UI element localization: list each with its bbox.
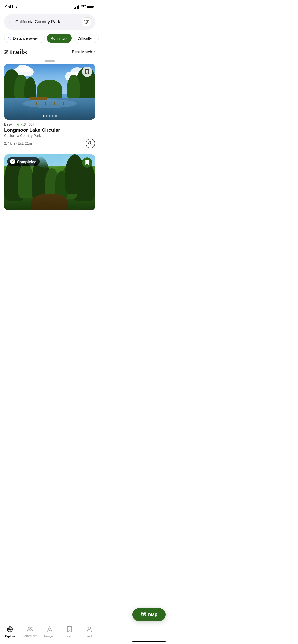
completed-label: Completed — [17, 159, 37, 164]
trail-meta-1: Easy · ★ 4.3 (65) — [4, 122, 95, 127]
battery-icon — [87, 5, 94, 9]
trail-stats-1: 2.7 km · Est. 21m — [4, 139, 95, 148]
chevron-down-icon: ▾ — [93, 37, 95, 40]
location-arrow-icon: ▲ — [15, 5, 18, 9]
trail-card-1: Easy · ★ 4.3 (65) Longmoor Lake Circular… — [4, 64, 95, 149]
svg-rect-1 — [93, 6, 94, 7]
trail-location-1: California Country Park — [4, 134, 95, 138]
trail-name-1: Longmoor Lake Circular — [4, 127, 95, 133]
search-text: California Country Park — [15, 19, 79, 24]
star-icon: ★ — [16, 122, 19, 127]
bookmark-button-1[interactable] — [82, 67, 92, 77]
chevron-down-icon: ▾ — [39, 37, 41, 40]
trail-info-1: Easy · ★ 4.3 (65) Longmoor Lake Circular… — [4, 120, 95, 149]
rating-1: 4.3 — [21, 122, 26, 126]
bookmark-button-2[interactable] — [82, 157, 92, 168]
filter-button[interactable] — [82, 17, 91, 26]
results-header: 2 trails Best Match ↕ — [0, 46, 99, 59]
filter-distance[interactable]: ⬡ Distance away ▾ — [4, 34, 45, 43]
image-dots-1 — [43, 115, 57, 117]
filter-running-label: Running — [51, 36, 65, 40]
signal-bars-icon — [74, 5, 79, 9]
chevron-down-icon: ▾ — [66, 37, 68, 40]
filter-difficulty[interactable]: Difficulty ▾ — [74, 34, 99, 43]
results-count: 2 trails — [4, 48, 27, 56]
completed-check-icon: ✓ — [10, 159, 15, 164]
drag-handle — [45, 60, 55, 62]
back-button[interactable]: ← — [8, 19, 13, 25]
download-button-1[interactable] — [86, 139, 95, 148]
svg-rect-0 — [87, 6, 93, 8]
sort-icon: ↕ — [93, 50, 95, 54]
filter-running[interactable]: Running ▾ — [47, 34, 72, 43]
search-bar[interactable]: ← California Country Park — [4, 14, 95, 30]
trail-image-1[interactable] — [4, 64, 95, 120]
status-time: 9:41 — [5, 5, 14, 10]
trail-distance-1: 2.7 km · Est. 21m — [4, 141, 32, 145]
svg-point-6 — [87, 21, 88, 22]
sort-button[interactable]: Best Match ↕ — [72, 50, 95, 54]
filter-row: ⬡ Distance away ▾ Running ▾ Difficulty ▾ — [0, 33, 99, 46]
difficulty-label-1: Easy — [4, 122, 12, 126]
svg-point-7 — [86, 23, 87, 24]
sort-label: Best Match — [72, 50, 92, 54]
svg-point-5 — [85, 20, 86, 21]
trail-card-2: ✓ Completed — [4, 154, 95, 210]
distance-icon: ⬡ — [8, 36, 11, 41]
trail-image-2[interactable]: ✓ Completed — [4, 154, 95, 210]
status-icons — [74, 5, 94, 9]
status-bar: 9:41 ▲ — [0, 0, 99, 12]
review-count-1: (65) — [27, 122, 34, 126]
filter-difficulty-label: Difficulty — [77, 36, 92, 40]
completed-badge: ✓ Completed — [7, 157, 40, 166]
filter-distance-label: Distance away — [13, 36, 38, 40]
wifi-icon — [81, 5, 86, 9]
